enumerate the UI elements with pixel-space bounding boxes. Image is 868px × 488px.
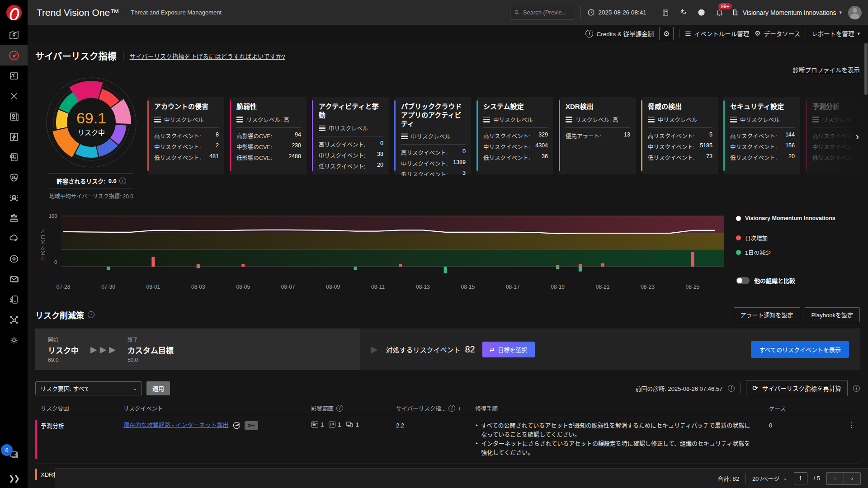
- sidebar-item-settings-gear-icon[interactable]: [0, 330, 28, 350]
- info-icon[interactable]: i: [728, 385, 735, 392]
- sidebar-item-policy-doc-icon[interactable]: [0, 147, 28, 167]
- clock-widget[interactable]: 2025-08-26 08:41: [587, 9, 646, 16]
- risk-gauge-chart[interactable]: 69.1リスク中: [43, 74, 140, 171]
- credits-button[interactable]: T Credits & 従量課金制: [585, 29, 654, 38]
- event-rules-button[interactable]: ☰ イベントルール管理: [685, 29, 749, 38]
- risk-event-link[interactable]: 潜在的な攻撃経路 - インターネット露出: [123, 421, 229, 429]
- select-goal-button[interactable]: ⇄ 目標を選択: [482, 342, 535, 357]
- sidebar-item-insight-doc-icon[interactable]: [0, 106, 28, 127]
- sidebar-item-shield-settings-icon[interactable]: [0, 249, 28, 269]
- notifications-bell-icon[interactable]: 99+: [714, 7, 726, 19]
- card-stat: 低リスクイベント:3: [401, 170, 466, 176]
- sidebar-nav: 6 ❯❯: [0, 0, 28, 488]
- col-impact-scope[interactable]: 影響範囲i: [311, 404, 396, 413]
- next-cards-arrow-icon[interactable]: ›: [856, 131, 859, 143]
- risk-card[interactable]: 脅威の検出中リスクレベル高リスクイベント:5中リスクイベント:5185低リスクイ…: [641, 97, 718, 174]
- search-input[interactable]: [523, 9, 570, 16]
- risk-card[interactable]: アカウントの侵害中リスクレベル高リスクイベント:8中リスクイベント:2低リスクイ…: [147, 97, 224, 174]
- view-all-risk-events-button[interactable]: すべてのリスクイベントを表示: [751, 341, 849, 358]
- sidebar-item-cloud-ai-icon[interactable]: [0, 228, 28, 249]
- y-tick-min: 0: [54, 259, 57, 265]
- compare-orgs-toggle[interactable]: [736, 277, 750, 284]
- sidebar-item-x-icon[interactable]: [0, 86, 28, 106]
- company-selector[interactable]: Visionary Momentum Innovations ▾: [732, 9, 842, 16]
- card-stat: 低リスクイベント:20: [319, 162, 383, 170]
- user-avatar[interactable]: [848, 6, 862, 19]
- console-guide-icon[interactable]: [660, 7, 671, 19]
- factor-color-bar: [35, 469, 37, 480]
- whats-new-icon[interactable]: [678, 7, 689, 19]
- risk-card[interactable]: セキュリティ設定中リスクレベル高リスクイベント:144中リスクイベント:156低…: [723, 97, 800, 174]
- col-cases[interactable]: ケース: [769, 404, 836, 413]
- col-remediation[interactable]: 修復手順: [475, 404, 769, 413]
- trend-micro-logo[interactable]: [0, 0, 28, 25]
- next-page-button[interactable]: ›: [844, 472, 861, 485]
- info-icon[interactable]: i: [336, 405, 343, 412]
- vertical-scrollbar[interactable]: [864, 43, 868, 95]
- risk-trend-chart[interactable]: [61, 212, 724, 280]
- manage-reports-dropdown[interactable]: レポートを管理 ▾: [811, 29, 860, 38]
- risk-card[interactable]: パブリッククラウドアプリのアクティビティ中リスクレベル高リスクイベント:0中リス…: [394, 97, 471, 174]
- global-search[interactable]: [510, 6, 574, 19]
- x-tick: 08-21: [596, 284, 610, 290]
- col-risk-score[interactable]: サイバーリスク指...i↓: [396, 404, 475, 413]
- legend-daily-increase: 日次増加: [736, 234, 860, 242]
- remediation-step: インターネットにさらされているアセットの誤設定を特に確認し修正して、組織のセキュ…: [475, 439, 755, 457]
- x-tick: 08-13: [416, 284, 430, 290]
- sidebar-item-network-nodes-icon[interactable]: [0, 208, 28, 228]
- risk-factor-filter-select[interactable]: リスク要因: すべて ⌄: [35, 381, 142, 395]
- info-icon[interactable]: i: [853, 385, 860, 392]
- risk-level-icon: [483, 117, 490, 122]
- case-count: 0: [769, 422, 772, 429]
- card-risk-level: 中リスクレベル: [658, 115, 698, 124]
- info-icon[interactable]: i: [448, 405, 455, 412]
- data-sources-button[interactable]: ⚙ データソース: [755, 29, 800, 38]
- key-icon[interactable]: [245, 421, 258, 430]
- card-stat: 高リスクイベント:8: [154, 131, 219, 140]
- expand-sidebar-icon[interactable]: ❯❯: [9, 474, 19, 484]
- risk-card[interactable]: アクティビティと挙動中リスクレベル高リスクイベント:0中リスクイベント:38低リ…: [312, 97, 389, 174]
- sidebar-item-cyber-risk-gauge-icon[interactable]: [0, 45, 28, 66]
- card-stat: 中リスクイベント:1389: [401, 159, 466, 168]
- risk-card[interactable]: システム設定中リスクレベル高リスクイベント:329中リスクイベント:4304低リ…: [476, 97, 553, 174]
- sort-desc-icon[interactable]: ↓: [458, 405, 461, 412]
- sidebar-item-identity-shield-icon[interactable]: [0, 167, 28, 188]
- col-risk-factor[interactable]: リスク要因: [35, 404, 123, 413]
- assessment-profile-link[interactable]: 診断プロファイルを表示: [793, 65, 860, 74]
- col-risk-event[interactable]: リスクイベント: [123, 404, 311, 413]
- card-accent-bar: [641, 100, 642, 171]
- current-page-input[interactable]: 1: [794, 472, 807, 484]
- attack-path-icon[interactable]: [232, 421, 241, 430]
- sidebar-item-data-network-icon[interactable]: [0, 188, 28, 208]
- configure-alerts-button[interactable]: アラート通知を設定: [734, 307, 800, 322]
- settings-gear-button[interactable]: ⚙: [659, 27, 674, 40]
- sidebar-item-attack-surface-map-icon[interactable]: [0, 25, 28, 45]
- recalculate-button[interactable]: ⟳ サイバーリスク指標を再計算: [746, 380, 848, 396]
- risk-card[interactable]: XDR検出リスクレベル: 高優先アラート:13: [559, 97, 636, 174]
- risk-level-icon: [319, 125, 326, 131]
- sidebar-item-energy-icon[interactable]: [0, 127, 28, 147]
- lower-risk-help-link[interactable]: サイバーリスク指標を下げるにはどうすればよいですか?: [130, 52, 285, 61]
- clock-icon: [587, 9, 595, 16]
- row-menu-icon[interactable]: ⋮: [848, 421, 855, 429]
- card-risk-level: 中リスクレベル: [164, 115, 204, 124]
- apply-filter-button[interactable]: 適用: [146, 381, 170, 395]
- x-axis-labels: 07-2807-3008-0108-0308-0508-0708-0908-11…: [61, 284, 724, 294]
- configure-playbook-button[interactable]: Playbookを設定: [805, 307, 860, 322]
- pinned-apps-icon[interactable]: 6: [0, 447, 28, 462]
- sidebar-item-email-icon[interactable]: [0, 269, 28, 289]
- prev-page-button[interactable]: ‹: [826, 472, 844, 485]
- page-size-select[interactable]: 20 /ページ ⌄: [752, 474, 788, 483]
- help-icon[interactable]: ?: [696, 7, 708, 19]
- x-tick: 08-01: [146, 284, 160, 290]
- sidebar-item-network-search-icon[interactable]: [0, 310, 28, 330]
- x-tick: 08-07: [281, 284, 295, 290]
- risk-card[interactable]: 予測分析リスクレベ高リスクイベン中リスクイベン低リスクイベン: [806, 97, 860, 174]
- sidebar-item-analytics-icon[interactable]: [0, 66, 28, 86]
- chevron-down-icon: ▾: [839, 9, 842, 15]
- pinned-apps-badge[interactable]: 6: [1, 444, 13, 456]
- info-icon[interactable]: i: [88, 311, 94, 318]
- sidebar-item-mobile-icon[interactable]: [0, 289, 28, 310]
- risk-card[interactable]: 脆弱性リスクレベル: 高高影響のCVE:94中影響のCVE:230低影響のCVE…: [230, 97, 307, 174]
- info-icon[interactable]: i: [119, 178, 126, 184]
